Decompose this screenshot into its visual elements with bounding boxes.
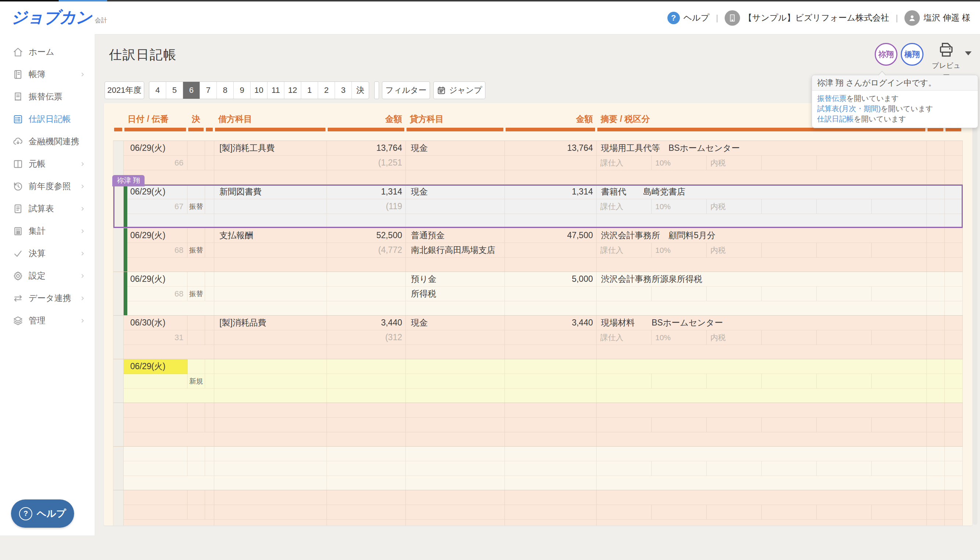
- tax-class[interactable]: [597, 374, 652, 388]
- credit-amount[interactable]: [505, 359, 597, 374]
- journal-entry-row[interactable]: [113, 403, 963, 447]
- tax-type[interactable]: 内税: [707, 243, 762, 258]
- tax-rate[interactable]: [652, 505, 707, 520]
- tooltip-link[interactable]: 仕訳日記帳: [817, 115, 854, 123]
- debit-account[interactable]: [214, 359, 327, 374]
- entry-summary[interactable]: [597, 447, 927, 461]
- debit-amount[interactable]: 13,764: [327, 141, 406, 156]
- sidebar-item-帳簿[interactable]: 帳簿: [0, 63, 95, 85]
- entry-summary[interactable]: [597, 359, 927, 374]
- debit-amount[interactable]: 3,440: [327, 316, 406, 330]
- tax-type[interactable]: 内税: [707, 330, 762, 345]
- month-tab-7[interactable]: 7: [200, 82, 217, 99]
- debit-amount[interactable]: [327, 447, 406, 461]
- filter-button[interactable]: フィルター: [382, 82, 430, 99]
- month-tab-10[interactable]: 10: [251, 82, 268, 99]
- entry-summary[interactable]: [597, 403, 927, 418]
- credit-account[interactable]: [406, 490, 505, 505]
- filter-handle[interactable]: [374, 82, 379, 99]
- debit-amount[interactable]: [327, 490, 406, 505]
- credit-account[interactable]: 預り金: [406, 272, 505, 287]
- credit-sub-account[interactable]: [406, 461, 505, 476]
- credit-account[interactable]: 現金: [406, 185, 505, 199]
- debit-account[interactable]: 新聞図書費: [214, 185, 327, 199]
- fiscal-year-button[interactable]: 2021年度: [105, 82, 144, 99]
- tax-class[interactable]: 課仕入: [597, 156, 652, 170]
- credit-sub-account[interactable]: [406, 330, 505, 345]
- entry-date[interactable]: [124, 447, 188, 461]
- credit-account[interactable]: [406, 447, 505, 461]
- entry-date[interactable]: 06/29(火): [124, 359, 188, 374]
- credit-amount[interactable]: [505, 490, 597, 505]
- tax-rate[interactable]: 10%: [652, 199, 707, 214]
- credit-amount[interactable]: 47,500: [505, 228, 597, 243]
- debit-amount[interactable]: [327, 272, 406, 287]
- journal-entry-row[interactable]: 06/29(火) 支払報酬 52,500 普通預金 47,500 渋沢会計事務所…: [113, 228, 963, 272]
- credit-account[interactable]: 現金: [406, 141, 505, 156]
- tax-class[interactable]: 課仕入: [597, 243, 652, 258]
- tax-rate[interactable]: [652, 374, 707, 388]
- debit-amount[interactable]: [327, 403, 406, 418]
- sidebar-item-設定[interactable]: 設定: [0, 265, 95, 287]
- sidebar-item-元帳[interactable]: 元帳: [0, 153, 95, 175]
- tax-rate[interactable]: 10%: [652, 330, 707, 345]
- tax-type[interactable]: [707, 374, 762, 388]
- tax-class[interactable]: [597, 505, 652, 520]
- jump-button[interactable]: ジャンプ: [433, 82, 486, 99]
- tax-rate[interactable]: [652, 418, 707, 432]
- credit-account[interactable]: [406, 403, 505, 418]
- app-logo[interactable]: ジョブカン 会計: [11, 8, 107, 27]
- sidebar-item-振替伝票[interactable]: 振替伝票: [0, 85, 95, 108]
- sidebar-item-ホーム[interactable]: ホーム: [0, 41, 95, 63]
- month-tab-8[interactable]: 8: [217, 82, 234, 99]
- sidebar-item-金融機関連携[interactable]: 金融機関連携: [0, 130, 95, 153]
- debit-amount[interactable]: 1,314: [327, 185, 406, 199]
- credit-sub-account[interactable]: [406, 374, 505, 388]
- journal-entry-row[interactable]: 06/29(火) 新規: [113, 359, 963, 403]
- tax-rate[interactable]: [652, 461, 707, 476]
- credit-amount[interactable]: [505, 447, 597, 461]
- credit-account[interactable]: [406, 359, 505, 374]
- tax-class[interactable]: 課仕入: [597, 199, 652, 214]
- entry-summary[interactable]: [597, 490, 927, 505]
- month-tab-1[interactable]: 1: [301, 82, 318, 99]
- tooltip-link[interactable]: 試算表(月次・期間): [817, 105, 880, 113]
- debit-amount[interactable]: 52,500: [327, 228, 406, 243]
- sidebar-item-試算表[interactable]: 試算表: [0, 197, 95, 220]
- credit-amount[interactable]: 13,764: [505, 141, 597, 156]
- journal-entry-row[interactable]: 06/29(火) 預り金 5,000 渋沢会計事務所源泉所得税 68 振替 所得…: [113, 272, 963, 316]
- vertical-scrollbar[interactable]: [973, 104, 977, 525]
- journal-entry-row[interactable]: 06/30(水) [製]消耗品費 3,440 現金 3,440 現場材料 BSホ…: [113, 316, 963, 359]
- entry-date[interactable]: 06/29(火): [124, 141, 188, 156]
- tax-type[interactable]: [707, 287, 762, 301]
- journal-entry-row[interactable]: 06/29(火) 新聞図書費 1,314 現金 1,314 書籍代 島崎党書店 …: [113, 185, 963, 228]
- credit-account[interactable]: 普通預金: [406, 228, 505, 243]
- tax-rate[interactable]: [652, 287, 707, 301]
- journal-entry-row[interactable]: 06/29(火) [製]消耗工具費 13,764 現金 13,764 現場用工具…: [113, 141, 963, 185]
- tax-type[interactable]: 内税: [707, 156, 762, 170]
- company-menu[interactable]: 【サンプル】ビズリフォーム株式会社: [725, 10, 889, 26]
- credit-account[interactable]: 現金: [406, 316, 505, 330]
- credit-sub-account[interactable]: 南北銀行高田馬場支店: [406, 243, 505, 258]
- credit-sub-account[interactable]: 所得税: [406, 287, 505, 301]
- credit-amount[interactable]: 1,314: [505, 185, 597, 199]
- online-user-badge-1[interactable]: 祢翔: [875, 43, 897, 66]
- entry-date[interactable]: 06/29(火): [124, 185, 188, 199]
- month-tab-12[interactable]: 12: [285, 82, 301, 99]
- sidebar-item-決算[interactable]: 決算: [0, 242, 95, 265]
- tax-type[interactable]: [707, 418, 762, 432]
- credit-sub-account[interactable]: [406, 199, 505, 214]
- entry-date[interactable]: 06/30(水): [124, 316, 188, 330]
- journal-entry-row[interactable]: [113, 447, 963, 490]
- debit-account[interactable]: 支払報酬: [214, 228, 327, 243]
- debit-account[interactable]: [製]消耗品費: [214, 316, 327, 330]
- credit-sub-account[interactable]: [406, 156, 505, 170]
- entry-summary[interactable]: 現場材料 BSホームセンター: [597, 316, 927, 330]
- credit-sub-account[interactable]: [406, 505, 505, 520]
- entry-summary[interactable]: 書籍代 島崎党書店: [597, 185, 927, 199]
- sidebar-item-集計[interactable]: 集計: [0, 220, 95, 242]
- print-dropdown-caret[interactable]: [965, 52, 972, 55]
- tax-class[interactable]: [597, 461, 652, 476]
- credit-amount[interactable]: 3,440: [505, 316, 597, 330]
- month-tab-11[interactable]: 11: [268, 82, 285, 99]
